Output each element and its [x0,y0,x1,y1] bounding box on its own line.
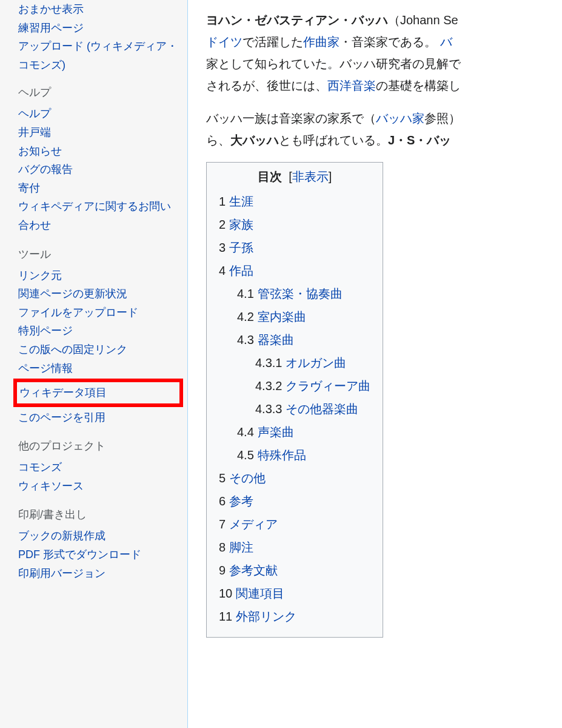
highlighted-item: ウィキデータ項目 [13,379,183,407]
sidebar-link-village-pump[interactable]: 井戸端 [18,126,51,138]
link-composer[interactable]: 作曲家 [303,35,340,49]
toc-item: 3子孫 [219,236,370,259]
toc-item-link[interactable]: その他 [229,471,266,485]
toc-item-number: 2 [219,218,226,231]
toc-item-link[interactable]: 外部リンク [236,610,296,623]
toc-header: 目次 [非表示] [219,169,370,185]
toc-item-number: 6 [219,494,226,508]
toc-item: 2家族 [219,213,370,236]
text: 家として知られていた。バッハ研究者の見解で [206,57,461,70]
toc-item: 8脚注 [219,536,370,559]
toc-item-link[interactable]: メディア [229,517,278,531]
toc-toggle-link[interactable]: 非表示 [292,170,329,183]
toc-item: 10関連項目 [219,582,370,605]
sidebar-list-print: ブックの新規作成 PDF 形式でダウンロード 印刷用バージョン [18,527,178,582]
toc-item-number: 4.3 [237,333,254,346]
sidebar-link-pdf[interactable]: PDF 形式でダウンロード [18,548,141,561]
sidebar-link-createbook[interactable]: ブックの新規作成 [18,530,105,542]
sidebar-list-tools: リンク元 関連ページの更新状況 ファイルをアップロード 特別ページ この版への固… [18,266,178,427]
toc-item-number: 1 [219,195,226,208]
toc-item-number: 4.2 [237,310,254,323]
toc-item: 4.3器楽曲 [237,328,370,351]
sidebar-link-bug-report[interactable]: バグの報告 [18,163,73,175]
sidebar-list-projects: コモンズ ウィキソース [18,458,178,495]
link-western-music[interactable]: 西洋音楽 [327,79,376,92]
toc-item-link[interactable]: 関連項目 [236,587,284,600]
link-ba[interactable]: バ [440,35,452,49]
sidebar-link-citepage[interactable]: このページを引用 [18,411,105,423]
toc-item-link[interactable]: 生涯 [229,195,253,208]
sidebar-link-whatlinkshere[interactable]: リンク元 [18,269,62,281]
toc-item-number: 4.3.2 [255,379,282,393]
sidebar-link-sandbox[interactable]: 練習用ページ [18,22,84,34]
sidebar-link-donate[interactable]: 寄付 [18,182,40,194]
toc-item-link[interactable]: 器楽曲 [258,333,294,346]
sidebar-link-wikisource[interactable]: ウィキソース [18,480,84,492]
toc-item-number: 4 [219,264,226,277]
text: で活躍した [243,35,303,49]
sidebar-link-notice[interactable]: お知らせ [18,145,62,157]
sidebar-section-help: ヘルプ ヘルプ 井戸端 お知らせ バグの報告 寄付 ウィキペディアに関するお問い… [18,85,178,234]
toc-item: 4.3.3その他器楽曲 [255,397,370,420]
toc-item-number: 8 [219,541,226,554]
toc-item: 4.3.2クラヴィーア曲 [255,374,370,397]
table-of-contents: 目次 [非表示] 1生涯2家族3子孫4作品4.1管弦楽・協奏曲4.2室内楽曲4.… [206,162,383,638]
toc-item: 4.1管弦楽・協奏曲 [237,282,370,305]
sidebar-list-help: ヘルプ 井戸端 お知らせ バグの報告 寄付 ウィキペディアに関するお問い合わせ [18,104,178,234]
toc-item-link[interactable]: その他器楽曲 [286,402,358,416]
toc-item: 9参考文献 [219,559,370,582]
sidebar-heading-tools: ツール [18,247,178,261]
toc-item: 4作品 [219,259,370,282]
text: の基礎を構築し [376,79,461,92]
toc-item-link[interactable]: 特殊作品 [258,448,306,462]
toc-item-link[interactable]: オルガン曲 [286,356,346,369]
sidebar-link-commons[interactable]: コモンズ [18,461,62,473]
toc-item-link[interactable]: 作品 [229,264,253,277]
sidebar-link-contact[interactable]: ウィキペディアに関するお問い合わせ [18,200,171,231]
toc-item-number: 4.1 [237,287,254,300]
toc-item: 6参考 [219,490,370,513]
toc-item-link[interactable]: 脚注 [229,541,253,554]
toc-item-number: 11 [219,610,232,623]
toc-item-link[interactable]: 参考 [229,494,253,508]
paragraph-1: ヨハン・ゼバスティアン・バッハ（Johann Se ドイツで活躍した作曲家・音楽… [206,9,562,96]
sidebar-link-upload-file[interactable]: ファイルをアップロード [18,306,138,318]
toc-item-link[interactable]: 声楽曲 [258,425,294,439]
toc-item-number: 7 [219,517,226,531]
sidebar-link-wikidata-item[interactable]: ウィキデータ項目 [19,386,107,399]
sidebar-link-printversion[interactable]: 印刷用バージョン [18,567,105,579]
link-germany[interactable]: ドイツ [206,35,243,49]
text: （Johann Se [388,13,458,27]
paragraph-2: バッハ一族は音楽家の家系で（バッハ家参照） ら、大バッハとも呼ばれている。J・S… [206,107,562,151]
sidebar-section-projects: 他のプロジェクト コモンズ ウィキソース [18,439,178,495]
toc-item: 7メディア [219,513,370,536]
link-bach-family[interactable]: バッハ家 [376,112,424,125]
toc-item: 4.3.1オルガン曲 [255,351,370,374]
toc-item-link[interactable]: 管弦楽・協奏曲 [258,287,343,300]
toc-item: 4.4声楽曲 [237,420,370,443]
text-bold: 大バッハ [230,133,279,147]
sidebar-link-specialpages[interactable]: 特別ページ [18,325,73,337]
toc-item-number: 4.5 [237,448,254,462]
toc-item-number: 4.4 [237,425,254,439]
sidebar-top-list: おまかせ表示 練習用ページ アップロード (ウィキメディア・コモンズ) [18,0,178,74]
toc-item-number: 5 [219,471,226,485]
toc-list: 1生涯2家族3子孫4作品4.1管弦楽・協奏曲4.2室内楽曲4.3器楽曲4.3.1… [219,190,370,628]
sidebar-link-help[interactable]: ヘルプ [18,107,51,120]
toc-item: 1生涯 [219,190,370,213]
toc-item-link[interactable]: 家族 [229,218,253,231]
toc-item-link[interactable]: 参考文献 [229,564,278,577]
sidebar-section-print: 印刷/書き出し ブックの新規作成 PDF 形式でダウンロード 印刷用バージョン [18,507,178,582]
subject-name: ヨハン・ゼバスティアン・バッハ [206,13,388,27]
toc-item-link[interactable]: 室内楽曲 [258,310,306,323]
toc-toggle-bracket: ] [329,170,332,183]
toc-item-link[interactable]: 子孫 [229,241,253,254]
sidebar-link-random[interactable]: おまかせ表示 [18,3,84,15]
sidebar-link-permalink[interactable]: この版への固定リンク [18,343,127,356]
sidebar-link-recentchangeslinked[interactable]: 関連ページの更新状況 [18,288,127,300]
toc-item-link[interactable]: クラヴィーア曲 [286,379,370,393]
toc-item: 5その他 [219,467,370,490]
toc-item: 4.2室内楽曲 [237,305,370,328]
sidebar-link-upload[interactable]: アップロード (ウィキメディア・コモンズ) [18,40,178,71]
sidebar-link-pageinfo[interactable]: ページ情報 [18,362,73,374]
